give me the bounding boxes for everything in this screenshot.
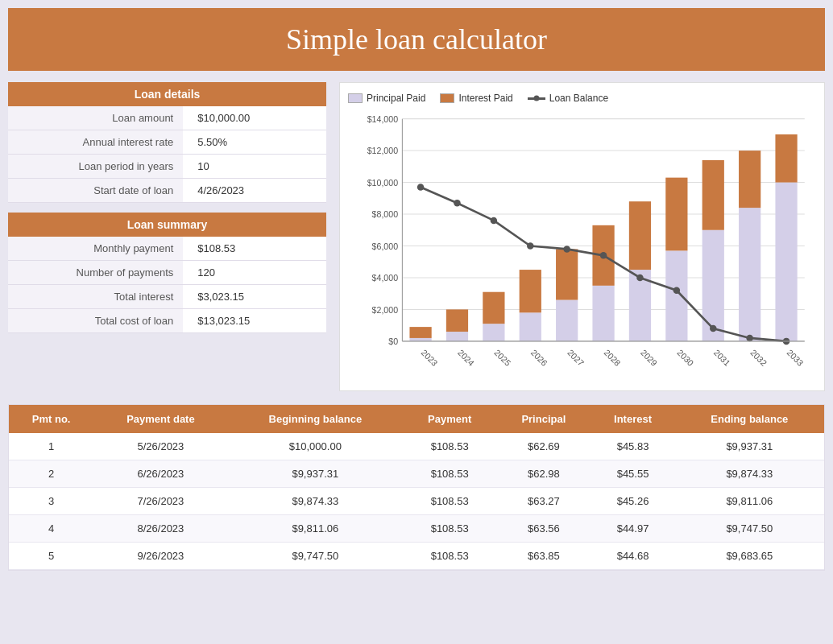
principal-bar [592, 286, 614, 341]
detail-value: 5.50% [183, 130, 326, 155]
payment-cell: $63.27 [496, 488, 591, 515]
payment-cell: $9,937.31 [228, 460, 404, 488]
payment-cell: 4 [9, 515, 93, 543]
payment-table-wrapper: Pmt no.Payment dateBeginning balancePaym… [8, 404, 825, 571]
loan-summary-header: Loan summary [8, 213, 326, 237]
detail-value: 10 [183, 155, 326, 179]
chart-area: $0$2,000$4,000$6,000$8,000$10,000$12,000… [348, 110, 816, 384]
detail-label: Loan amount [8, 106, 183, 130]
payment-row: 59/26/2023$9,747.50$108.53$63.85$44.68$9… [9, 543, 824, 570]
balance-dot [527, 242, 534, 250]
payment-cell: $45.26 [591, 488, 674, 515]
payment-col-header: Pmt no. [9, 405, 93, 433]
interest-bar [775, 134, 797, 183]
interest-bar [739, 151, 760, 208]
balance-dot [563, 246, 570, 253]
payment-cell: $9,747.50 [228, 543, 404, 570]
svg-text:2029: 2029 [639, 348, 659, 368]
header-bar: Simple loan calculator [8, 8, 825, 71]
principal-bar [739, 208, 760, 341]
interest-bar [409, 327, 431, 338]
payment-cell: 6/26/2023 [93, 460, 227, 488]
summary-row: Total cost of loan$13,023.15 [8, 309, 326, 333]
principal-bar [483, 324, 504, 341]
detail-label: Annual interest rate [8, 130, 183, 155]
payment-row: 15/26/2023$10,000.00$108.53$62.69$45.83$… [9, 433, 824, 460]
principal-bar [520, 312, 541, 341]
balance-dot [673, 287, 681, 294]
principal-bar [446, 332, 468, 341]
interest-bar [665, 178, 687, 251]
summary-row: Number of payments120 [8, 261, 326, 285]
payment-cell: $44.68 [591, 543, 674, 570]
payment-col-header: Beginning balance [228, 405, 404, 433]
detail-value: $10,000.00 [183, 106, 326, 130]
loan-details-table: Loan details Loan amount$10,000.00Annual… [8, 82, 326, 203]
payment-cell: $9,874.33 [675, 460, 824, 488]
summary-label: Number of payments [8, 261, 183, 285]
svg-text:$2,000: $2,000 [372, 305, 399, 315]
payment-col-header: Ending balance [675, 405, 824, 433]
payment-col-header: Principal [496, 405, 591, 433]
svg-text:2032: 2032 [748, 348, 769, 368]
payment-cell: $45.55 [591, 460, 674, 488]
payment-row: 37/26/2023$9,874.33$108.53$63.27$45.26$9… [9, 488, 824, 515]
payment-col-header: Payment [403, 405, 496, 433]
payment-cell: $108.53 [403, 515, 496, 543]
payment-cell: $62.98 [496, 460, 591, 488]
legend-swatch [348, 93, 363, 103]
balance-dot [454, 200, 461, 207]
payment-cell: 9/26/2023 [93, 543, 227, 570]
payment-cell: 5/26/2023 [93, 433, 227, 460]
svg-text:$0: $0 [388, 336, 398, 346]
principal-bar [775, 183, 797, 341]
chart-legend: Principal PaidInterest PaidLoan Balance [348, 93, 816, 104]
principal-bar [409, 338, 431, 341]
loan-detail-row: Start date of loan4/26/2023 [8, 179, 326, 203]
payment-cell: 3 [9, 488, 93, 515]
loan-detail-row: Annual interest rate5.50% [8, 130, 326, 155]
payment-col-header: Payment date [93, 405, 227, 433]
left-panel: Loan details Loan amount$10,000.00Annual… [8, 82, 326, 391]
payment-cell: $10,000.00 [228, 433, 404, 460]
svg-text:2026: 2026 [529, 348, 549, 368]
payment-cell: $9,937.31 [675, 433, 824, 460]
interest-bar [446, 309, 468, 332]
summary-row: Total interest$3,023.15 [8, 285, 326, 309]
detail-label: Start date of loan [8, 179, 183, 203]
payment-cell: 8/26/2023 [93, 515, 227, 543]
svg-text:2028: 2028 [603, 348, 623, 368]
svg-text:2033: 2033 [785, 348, 806, 368]
page: Simple loan calculator Loan details Loan… [8, 8, 825, 571]
loan-detail-row: Loan amount$10,000.00 [8, 106, 326, 130]
balance-dot [491, 217, 498, 225]
svg-text:$8,000: $8,000 [372, 209, 399, 219]
payment-cell: $9,811.06 [228, 515, 404, 543]
payment-col-header: Interest [591, 405, 674, 433]
principal-bar [702, 230, 724, 341]
payment-cell: $63.85 [496, 543, 591, 570]
payment-cell: 5 [9, 543, 93, 570]
loan-details-header: Loan details [8, 82, 326, 106]
payment-cell: $9,683.65 [675, 543, 824, 570]
payment-table: Pmt no.Payment dateBeginning balancePaym… [9, 405, 824, 570]
legend-item: Principal Paid [348, 93, 425, 104]
svg-text:$6,000: $6,000 [372, 242, 399, 251]
payment-cell: $9,811.06 [675, 488, 824, 515]
main-content: Loan details Loan amount$10,000.00Annual… [8, 82, 825, 391]
svg-text:2030: 2030 [675, 348, 695, 368]
legend-line [528, 97, 545, 100]
svg-text:$12,000: $12,000 [367, 146, 398, 155]
balance-dot [417, 184, 425, 191]
chart-svg: $0$2,000$4,000$6,000$8,000$10,000$12,000… [348, 110, 816, 384]
legend-label: Principal Paid [367, 93, 425, 104]
detail-value: 4/26/2023 [183, 179, 326, 203]
interest-bar [483, 292, 504, 324]
svg-text:2025: 2025 [492, 348, 512, 368]
summary-value: 120 [183, 261, 326, 285]
balance-dot [600, 252, 607, 259]
svg-text:2024: 2024 [456, 348, 476, 368]
svg-text:2027: 2027 [566, 348, 586, 368]
principal-bar [665, 250, 687, 341]
summary-value: $13,023.15 [183, 309, 326, 333]
